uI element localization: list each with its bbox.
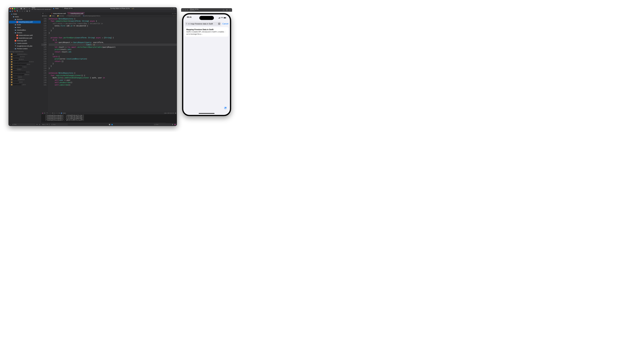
sim-close-button[interactable] bbox=[182, 9, 184, 10]
package-row[interactable]: ›GoogleUtilities 7.13.1 bbox=[8, 66, 41, 68]
jump-next-icon[interactable]: 〉 bbox=[175, 15, 176, 17]
scheme-name[interactable]: Notes bbox=[32, 7, 35, 9]
nav-back-icon[interactable]: 〈 bbox=[44, 12, 46, 15]
sim-zoom-button[interactable] bbox=[187, 9, 188, 10]
project-tree[interactable]: ⌄▣Notes⌄Notes⌄Services🕊NotesRepository.s… bbox=[8, 12, 41, 50]
jump-crumb[interactable]: 📁Services bbox=[57, 15, 64, 16]
sim-minimize-button[interactable] bbox=[184, 9, 186, 10]
issue-navigator-icon[interactable]: ⚠ bbox=[19, 10, 21, 12]
related-items-icon[interactable]: ☰ bbox=[42, 12, 44, 15]
tree-item[interactable]: ≣GoogleService-Info.plist bbox=[8, 45, 41, 48]
jump-crumb[interactable]: ▣Notes bbox=[42, 15, 47, 16]
editor-tab[interactable]: 🕊NotesRepository.swift bbox=[67, 12, 85, 15]
debug-view-icon[interactable]: ◳ bbox=[52, 112, 53, 114]
location-icon[interactable]: ➤ bbox=[59, 112, 60, 114]
tree-item[interactable]: 🕊NotesApp.swift bbox=[8, 40, 41, 42]
jump-crumb[interactable]: 🕊NotesRepository.swift bbox=[66, 15, 80, 16]
jump-prev-icon[interactable]: 〈 bbox=[172, 15, 174, 17]
package-row[interactable]: ›leveldb 1.22.5 bbox=[8, 76, 41, 78]
cancel-button[interactable]: Cancel bbox=[222, 23, 228, 25]
test-navigator-icon[interactable]: ◇ bbox=[21, 10, 23, 12]
project-navigator-icon[interactable] bbox=[9, 10, 11, 12]
code-body[interactable]: extension NotesRepository { func semanti… bbox=[48, 17, 177, 112]
console-filter[interactable]: ⌕ Filter bbox=[154, 124, 171, 126]
source-control-navigator-icon[interactable]: ◧ bbox=[12, 10, 14, 12]
clear-search-icon[interactable]: ✕ bbox=[218, 23, 220, 25]
warning-badge[interactable]: ▲ 2 bbox=[132, 8, 134, 10]
tree-item[interactable]: ›Preview Content bbox=[8, 48, 41, 50]
package-row[interactable]: ›gRPC 1.62.2 bbox=[8, 68, 41, 71]
run-button[interactable] bbox=[24, 8, 25, 10]
package-row[interactable]: ›GoogleAppMeasurement 10.24.0 bbox=[8, 60, 41, 63]
package-row[interactable]: ›Promises 2.4.0 bbox=[8, 81, 41, 84]
tree-item[interactable]: ›Views bbox=[8, 26, 41, 29]
editor-refresh-icon[interactable]: ⟲ bbox=[172, 13, 173, 14]
tree-item[interactable]: 🕊NotesListScreen.swift bbox=[8, 34, 41, 37]
branch-icon[interactable] bbox=[29, 8, 30, 10]
bookmark-navigator-icon[interactable]: 🔖 bbox=[14, 10, 16, 12]
jump-crumb[interactable]: ⓂperformQuery(searchTerm:) bbox=[83, 15, 100, 17]
minimize-button[interactable] bbox=[12, 8, 13, 9]
package-row[interactable]: ›AppCheck 10.19.0 bbox=[8, 56, 41, 58]
tree-item[interactable]: 🖼Assets.xcassets bbox=[8, 42, 41, 44]
variables-filter[interactable]: ⌕ Filter bbox=[51, 124, 68, 126]
iphone-screen[interactable]: 09:41 bbox=[183, 14, 230, 115]
code-editor[interactable]: 1081091151161171181191201211221231241251… bbox=[41, 17, 177, 112]
breakpoint-navigator-icon[interactable]: ⬣ bbox=[26, 10, 28, 12]
clear-console-icon[interactable]: 🗑 bbox=[172, 124, 173, 125]
variables-info-icon[interactable]: ⓘ bbox=[48, 124, 50, 125]
package-row[interactable]: ›abseil 1.2024011601.1 bbox=[8, 53, 41, 56]
tree-item[interactable]: ⌄Notes bbox=[8, 15, 41, 18]
package-row[interactable]: ›nanopb 2.30910.0 bbox=[8, 78, 41, 81]
tree-root[interactable]: ⌄▣Notes bbox=[8, 13, 41, 15]
jump-crumb[interactable]: 📁Notes bbox=[50, 15, 55, 16]
tree-item[interactable]: 🕊NotesRepository.swift bbox=[9, 21, 41, 23]
package-row[interactable]: ›InteropForGoogle 100.0.0 bbox=[8, 73, 41, 76]
sidebar-toggle-icon[interactable] bbox=[16, 8, 18, 10]
variables-view-icon[interactable]: 👁 bbox=[46, 124, 48, 125]
split-console-icon[interactable]: |◧| bbox=[174, 124, 176, 125]
recent-icon[interactable]: ◷ bbox=[38, 124, 40, 125]
search-result-card[interactable]: Mapping Firestore Data in Swift Swift's … bbox=[185, 27, 228, 36]
home-indicator[interactable] bbox=[199, 113, 214, 114]
tree-item[interactable]: ›Model bbox=[8, 24, 41, 26]
tree-item[interactable]: ⌄Services bbox=[8, 18, 41, 21]
tree-item[interactable]: ›ViewModifiers bbox=[8, 29, 41, 31]
step-in-icon[interactable]: ↓ bbox=[49, 112, 49, 114]
pause-icon[interactable]: ⏸ bbox=[44, 112, 46, 114]
scope-icon[interactable]: ⊟ bbox=[36, 124, 38, 125]
package-row[interactable]: ›SwiftProtobuf 1.26.0 bbox=[8, 83, 41, 86]
search-field[interactable]: n I map Firestone data in Swift ✕ bbox=[185, 22, 221, 26]
persons-icon[interactable]: 👥 bbox=[111, 124, 113, 125]
step-over-icon[interactable]: ↷ bbox=[46, 112, 48, 114]
debug-hierarchy-icon[interactable]: ⬚ bbox=[56, 112, 58, 114]
nav-forward-icon[interactable]: 〉 bbox=[47, 12, 49, 15]
tree-item[interactable]: 🕊NoteEditScreen.swift bbox=[8, 37, 41, 39]
package-row[interactable]: ›GoogleDataTransport 9.4.0 bbox=[8, 63, 41, 66]
stop-button[interactable] bbox=[20, 8, 22, 10]
find-navigator-icon[interactable]: 🔍 bbox=[16, 10, 18, 12]
editor-tab[interactable]: 🕊NotesListScreen.swift bbox=[50, 12, 67, 15]
editor-options-icon[interactable]: ≡ bbox=[174, 13, 174, 14]
tree-item[interactable]: ⌄Screens bbox=[8, 32, 41, 34]
compose-button[interactable] bbox=[224, 106, 227, 110]
debug-navigator-icon[interactable]: ⎋ bbox=[24, 10, 26, 12]
jump-bar[interactable]: ▣Notes〉📁Notes〉📁Services〉🕊NotesRepository… bbox=[41, 15, 177, 17]
package-row[interactable]: ›GTMSessionFetcher 3.4.1 bbox=[8, 71, 41, 73]
breakpoint-toggle-icon[interactable]: ▰ bbox=[42, 112, 43, 114]
scheme-target[interactable]: ▣ Notes 〉 📱 iPhone 15 Pro bbox=[52, 7, 74, 10]
memory-icon[interactable]: ⎆ bbox=[54, 112, 55, 114]
library-icon[interactable] bbox=[173, 8, 175, 10]
auto-label[interactable]: Auto ◇ bbox=[42, 124, 46, 125]
add-file-icon[interactable]: ＋ bbox=[9, 124, 11, 125]
share-icon[interactable] bbox=[229, 9, 231, 11]
debug-target[interactable]: ▣ Notes bbox=[61, 112, 66, 114]
home-icon[interactable] bbox=[223, 9, 224, 11]
minimap-icon[interactable]: ▤ bbox=[175, 112, 176, 114]
line-gutter[interactable]: 1081091151161171181191201211221231241251… bbox=[41, 17, 48, 112]
step-out-icon[interactable]: ↑ bbox=[50, 112, 51, 114]
navigator-filter[interactable]: ⌕ Filter bbox=[12, 124, 36, 126]
screenshot-icon[interactable] bbox=[226, 9, 228, 11]
report-navigator-icon[interactable]: ≣ bbox=[28, 10, 30, 12]
metrics-icon[interactable]: ⬤ bbox=[109, 124, 110, 125]
